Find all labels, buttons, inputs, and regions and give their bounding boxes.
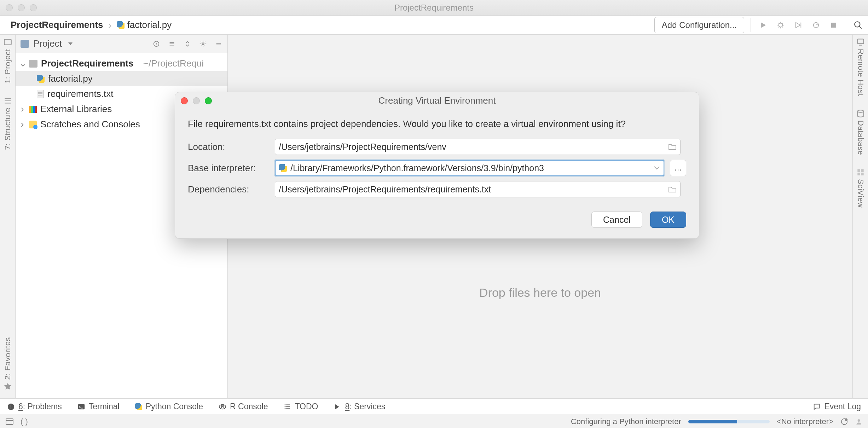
services-tab[interactable]: 8: Services: [334, 402, 385, 411]
rail-project-tab[interactable]: 1: Project: [3, 37, 12, 83]
search-icon[interactable]: [852, 19, 864, 31]
todo-icon: [283, 403, 291, 411]
chevron-down-icon: [68, 42, 73, 45]
browse-folder-icon[interactable]: [668, 143, 677, 150]
services-icon: [334, 403, 341, 411]
breadcrumb-separator-icon: ›: [108, 19, 112, 31]
expand-all-icon[interactable]: [168, 40, 176, 48]
tree-scratches-label: Scratches and Consoles: [40, 119, 140, 130]
bottom-tool-rail: ! 6: Problems Terminal Python Console R …: [0, 398, 868, 415]
services-label: 8: Services: [345, 402, 385, 411]
rail-structure-tab[interactable]: 7: Structure: [3, 96, 12, 150]
nav-toolbar: ProjectRequirements › factorial.py Add C…: [0, 16, 868, 35]
project-tool-icon: [3, 37, 12, 47]
separator: [846, 18, 846, 32]
event-log-label: Event Log: [824, 402, 861, 411]
terminal-tab[interactable]: Terminal: [77, 402, 120, 411]
tool-windows-icon[interactable]: [6, 418, 13, 425]
run-icon[interactable]: [757, 19, 769, 31]
debug-icon[interactable]: [775, 19, 786, 31]
locate-icon[interactable]: [152, 40, 160, 48]
dependencies-input[interactable]: /Users/jetbrains/ProjectRequirements/req…: [275, 181, 681, 197]
interpreter-browse-button[interactable]: …: [670, 160, 686, 176]
create-venv-dialog: Creating Virtual Environment File requir…: [175, 92, 699, 239]
window-titlebar: ProjectRequirements: [0, 0, 868, 16]
rail-remote-label: Remote Host: [856, 49, 865, 96]
svg-text:!: !: [10, 404, 12, 409]
rail-project-label: 1: Project: [3, 49, 12, 83]
svg-rect-13: [857, 173, 860, 175]
rail-sciview-tab[interactable]: SciView: [856, 168, 865, 208]
svg-point-10: [857, 110, 863, 112]
dependencies-label: Dependencies:: [188, 184, 269, 195]
scratch-icon: [29, 121, 37, 128]
window-title: ProjectRequirements: [0, 3, 868, 13]
collapse-all-icon[interactable]: [184, 40, 191, 48]
add-configuration-button[interactable]: Add Configuration...: [654, 17, 744, 33]
text-file-icon: [37, 90, 44, 98]
ok-button[interactable]: OK: [650, 212, 686, 228]
rail-structure-label: 7: Structure: [3, 108, 12, 150]
chevron-down-icon[interactable]: [654, 166, 660, 170]
twistie-closed-icon[interactable]: ›: [19, 119, 25, 130]
python-file-icon: [117, 21, 125, 29]
stop-icon[interactable]: [828, 19, 839, 31]
svg-point-7: [156, 43, 157, 45]
twistie-closed-icon[interactable]: ›: [19, 104, 25, 115]
python-icon: [279, 164, 287, 172]
profile-icon[interactable]: [810, 19, 822, 31]
ide-updates-icon[interactable]: [840, 418, 848, 426]
memory-indicator-icon[interactable]: [855, 418, 862, 425]
tree-file-label: requirements.txt: [47, 88, 113, 99]
cancel-button[interactable]: Cancel: [591, 212, 642, 228]
hide-icon[interactable]: [215, 40, 222, 48]
project-view-selector[interactable]: Project: [33, 38, 62, 49]
python-file-icon: [37, 75, 45, 83]
tree-external-label: External Libraries: [40, 104, 112, 115]
library-icon: [29, 106, 37, 113]
r-icon: R: [219, 403, 226, 411]
svg-rect-2: [831, 23, 836, 28]
gear-icon[interactable]: [199, 40, 207, 48]
location-input[interactable]: /Users/jetbrains/ProjectRequirements/ven…: [275, 139, 681, 155]
dialog-actions: Cancel OK: [188, 212, 686, 228]
status-progress-bar[interactable]: [688, 420, 770, 423]
project-view-icon: [21, 40, 29, 48]
tree-root[interactable]: ⌄ ProjectRequirements ~/ProjectRequi: [16, 56, 227, 71]
event-log-tab[interactable]: Event Log: [813, 402, 861, 411]
svg-rect-17: [78, 404, 85, 409]
rail-remote-tab[interactable]: Remote Host: [856, 37, 865, 96]
coverage-icon[interactable]: [793, 19, 804, 31]
todo-tab[interactable]: TODO: [283, 402, 318, 411]
chat-bubble-icon: [813, 403, 821, 411]
interpreter-combobox[interactable]: /Library/Frameworks/Python.framework/Ver…: [275, 160, 664, 176]
browse-folder-icon[interactable]: [668, 186, 677, 193]
breadcrumb-file[interactable]: factorial.py: [127, 19, 172, 30]
rail-database-tab[interactable]: Database: [856, 109, 865, 155]
interpreter-indicator[interactable]: <No interpreter>: [777, 417, 833, 426]
svg-point-23: [858, 419, 860, 422]
svg-rect-11: [857, 169, 860, 172]
twistie-open-icon[interactable]: ⌄: [19, 58, 25, 69]
database-icon: [856, 109, 865, 118]
breadcrumb-project[interactable]: ProjectRequirements: [11, 19, 103, 30]
problems-tab[interactable]: ! 6: Problems: [7, 402, 62, 411]
separator: [751, 18, 751, 32]
left-tool-rail: 1: Project 7: Structure 2: Favorites: [0, 35, 16, 398]
tree-file-item[interactable]: factorial.py: [16, 71, 227, 86]
r-console-label: R Console: [230, 402, 268, 411]
r-console-tab[interactable]: R R Console: [219, 402, 268, 411]
editor-drop-hint: Drop files here to open: [228, 286, 852, 300]
breadcrumb: ProjectRequirements › factorial.py: [11, 19, 172, 31]
location-row: Location: /Users/jetbrains/ProjectRequir…: [188, 139, 686, 155]
git-branch-indicator[interactable]: ( ): [21, 417, 28, 426]
svg-text:R: R: [221, 404, 224, 409]
svg-rect-14: [861, 173, 864, 175]
svg-rect-9: [857, 39, 863, 44]
rail-favorites-tab[interactable]: 2: Favorites: [3, 337, 12, 391]
python-console-tab[interactable]: Python Console: [135, 402, 203, 411]
location-label: Location:: [188, 141, 269, 152]
right-tool-rail: Remote Host Database SciView: [852, 35, 868, 398]
rail-sciview-label: SciView: [856, 179, 865, 208]
remote-host-icon: [856, 37, 865, 47]
